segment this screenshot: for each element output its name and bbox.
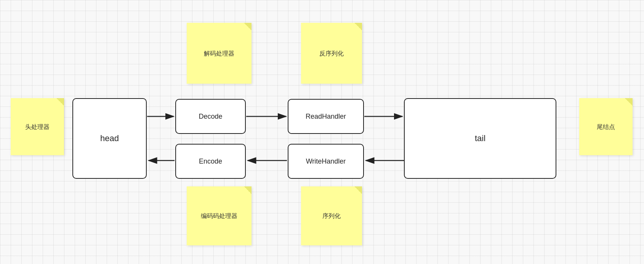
sticky-note-head-handler: 头处理器 bbox=[11, 98, 64, 155]
box-write-handler: WriteHandler bbox=[288, 144, 364, 179]
box-tail: tail bbox=[404, 98, 556, 179]
sticky-note-deserialize: 反序列化 bbox=[301, 23, 362, 84]
sticky-note-decode-handler: 解码处理器 bbox=[187, 23, 252, 84]
box-decode: Decode bbox=[175, 99, 246, 134]
box-read-handler: ReadHandler bbox=[288, 99, 364, 134]
sticky-note-encode-handler: 编码码处理器 bbox=[187, 186, 252, 245]
sticky-note-tail-node: 尾结点 bbox=[579, 98, 633, 155]
diagram-canvas: 解码处理器 反序列化 头处理器 尾结点 编码码处理器 序列化 head Deco… bbox=[0, 0, 644, 264]
box-head: head bbox=[72, 98, 147, 179]
box-encode: Encode bbox=[175, 144, 246, 179]
sticky-note-serialize: 序列化 bbox=[301, 186, 362, 245]
